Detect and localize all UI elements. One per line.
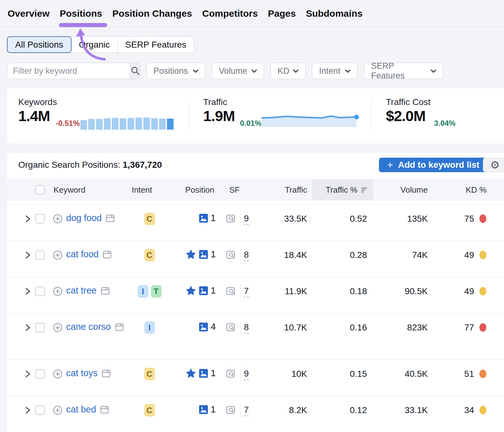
kd-dot — [479, 370, 486, 378]
intent-badge-C: C — [144, 368, 155, 380]
serp-features-icon[interactable] — [226, 286, 235, 296]
keyword-link[interactable]: cane corso — [66, 322, 111, 332]
intent-badge-C: C — [144, 249, 155, 261]
table-row-cat-food: cat food C 1 8 18.4K 0 — [7, 241, 504, 277]
keyword-link[interactable]: cat tree — [66, 285, 97, 296]
sf-divider — [240, 248, 241, 263]
nav-item-subdomains[interactable]: Subdomains — [306, 8, 363, 19]
image-pack-icon — [199, 286, 208, 295]
sf-count[interactable]: 8 — [244, 250, 249, 261]
keyword-link[interactable]: cat food — [66, 249, 99, 260]
serp-features-icon[interactable] — [226, 323, 235, 332]
traffic-value: 8.2K — [259, 405, 307, 415]
keywords-bar — [112, 118, 118, 130]
col-header-keyword[interactable]: Keyword — [54, 179, 85, 201]
row-checkbox[interactable] — [35, 250, 45, 260]
expand-row-chevron-icon[interactable] — [24, 406, 32, 414]
keyword-filter — [7, 63, 140, 79]
expand-row-chevron-icon[interactable] — [24, 215, 32, 223]
serp-snapshot-icon[interactable] — [102, 250, 112, 259]
keyword-link[interactable]: cat toys — [66, 368, 98, 378]
dropdown-intent[interactable]: Intent — [312, 63, 358, 79]
serp-snapshot-icon[interactable] — [115, 322, 124, 332]
search-button[interactable] — [130, 63, 140, 79]
traffic-pct-value: 0.16 — [319, 323, 367, 333]
serp-snapshot-icon[interactable] — [100, 286, 110, 295]
positions-summary: Organic Search Positions: 1,367,720 — [18, 160, 162, 170]
dropdown-positions[interactable]: Positions — [146, 63, 205, 79]
sf-count[interactable]: 8 — [244, 322, 249, 334]
serp-features-icon[interactable] — [226, 214, 235, 223]
kd-value: 49 — [426, 286, 474, 296]
keyword-link[interactable]: cat bed — [66, 404, 96, 415]
dropdown-kd[interactable]: KD — [270, 63, 306, 79]
nav-item-pages[interactable]: Pages — [268, 8, 295, 19]
row-checkbox[interactable] — [35, 287, 45, 296]
table-row-dog-food: dog food C 1 9 33.5K 0 — [7, 204, 504, 241]
col-header-intent[interactable]: Intent — [132, 179, 152, 201]
traffic-pct-value: 0.12 — [319, 405, 367, 415]
add-keyword-plus-icon[interactable] — [53, 214, 62, 224]
col-header-position[interactable]: Position — [185, 179, 215, 201]
serp-snapshot-icon[interactable] — [100, 405, 109, 414]
traffic-pct-value: 0.52 — [319, 214, 367, 224]
serp-snapshot-icon[interactable] — [101, 369, 111, 378]
stats-card: Keywords 1.4M -0.51% Traffic 1.9M 0.01% … — [7, 88, 504, 143]
col-header-volume[interactable]: Volume — [380, 179, 428, 201]
serp-snapshot-icon[interactable] — [106, 213, 115, 223]
serp-features-icon[interactable] — [226, 405, 235, 415]
expand-row-chevron-icon[interactable] — [24, 324, 32, 332]
sf-count[interactable]: 7 — [244, 405, 249, 416]
col-header-sf[interactable]: SF — [229, 179, 240, 201]
add-keyword-plus-icon[interactable] — [53, 369, 62, 379]
dropdown-serp-features[interactable]: SERP Features — [364, 63, 443, 79]
col-header-traffic[interactable]: Traffic — [259, 179, 307, 201]
nav-item-competitors[interactable]: Competitors — [202, 8, 258, 19]
add-to-keyword-list-button[interactable]: + Add to keyword list — [379, 158, 488, 172]
keyword-link[interactable]: dog food — [66, 213, 102, 223]
serp-features-icon[interactable] — [226, 250, 235, 260]
positions-tab-group: All PositionsOrganicSERP Features — [7, 36, 194, 53]
col-header-kd[interactable]: KD % — [438, 179, 487, 201]
nav-item-overview[interactable]: Overview — [8, 8, 49, 19]
sf-count[interactable]: 9 — [244, 369, 249, 380]
position-cell: 1 — [164, 213, 216, 223]
add-keyword-plus-icon[interactable] — [53, 250, 62, 260]
col-header-traffic-pct[interactable]: Traffic % — [309, 179, 367, 201]
row-checkbox[interactable] — [35, 406, 45, 415]
intent-badge-I: I — [144, 321, 155, 334]
sf-count[interactable]: 7 — [244, 286, 249, 297]
row-checkbox[interactable] — [35, 369, 45, 379]
active-nav-underline — [59, 23, 107, 27]
tab-all-positions[interactable]: All Positions — [7, 36, 72, 53]
select-all-checkbox-cell — [35, 179, 45, 201]
nav-item-position-changes[interactable]: Position Changes — [112, 8, 192, 19]
expand-row-chevron-icon[interactable] — [24, 370, 32, 378]
table-settings-button[interactable]: ⚙ — [483, 158, 504, 172]
add-keyword-plus-icon[interactable] — [53, 287, 62, 296]
position-cell: 4 — [164, 322, 216, 332]
row-checkbox[interactable] — [35, 214, 45, 224]
dropdown-label: SERP Features — [371, 61, 430, 81]
star-icon — [186, 285, 196, 296]
expand-row-chevron-icon[interactable] — [24, 251, 32, 259]
expand-row-chevron-icon[interactable] — [24, 287, 32, 295]
nav-item-positions[interactable]: Positions — [60, 8, 102, 19]
volume-value: 135K — [380, 214, 428, 224]
add-keyword-plus-icon[interactable] — [53, 406, 62, 415]
keywords-change: -0.51% — [56, 119, 80, 128]
row-checkbox[interactable] — [35, 323, 45, 332]
select-all-checkbox[interactable] — [35, 185, 45, 195]
serp-features-icon[interactable] — [226, 369, 235, 378]
traffic-value: 1.9M — [203, 107, 235, 125]
tab-organic[interactable]: Organic — [71, 37, 117, 53]
position-cell: 1 — [164, 404, 216, 415]
dropdown-volume[interactable]: Volume — [212, 63, 264, 79]
sf-count[interactable]: 9 — [244, 213, 249, 225]
sf-divider — [240, 212, 241, 226]
keywords-bar — [151, 118, 158, 130]
tab-serp-features[interactable]: SERP Features — [117, 37, 194, 53]
keyword-filter-input[interactable] — [7, 63, 130, 79]
add-keyword-plus-icon[interactable] — [53, 323, 62, 332]
keywords-bar — [96, 119, 103, 130]
